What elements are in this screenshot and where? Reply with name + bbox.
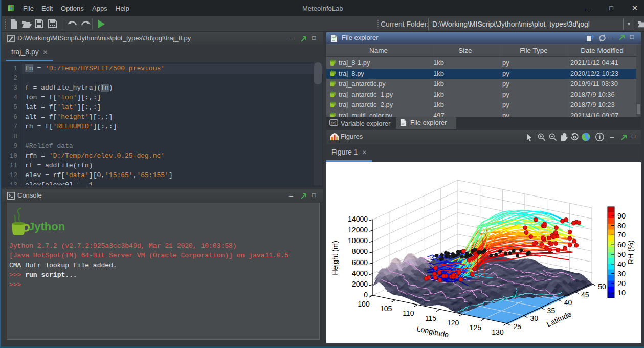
svg-text:35: 35 — [547, 307, 556, 315]
svg-text:10: 10 — [617, 289, 626, 297]
svg-text:120: 120 — [447, 319, 459, 327]
svg-text:4000: 4000 — [352, 269, 368, 277]
svg-text:40: 40 — [564, 298, 572, 307]
svg-text:130: 130 — [492, 328, 504, 336]
svg-text:50: 50 — [617, 250, 626, 258]
svg-text:125: 125 — [470, 323, 482, 332]
svg-text:Height (m): Height (m) — [331, 241, 339, 275]
svg-text:60: 60 — [617, 241, 626, 249]
svg-text:0: 0 — [364, 291, 368, 299]
svg-text:110: 110 — [403, 309, 414, 317]
svg-text:6000: 6000 — [352, 258, 368, 267]
svg-text:80: 80 — [617, 222, 626, 230]
svg-text:40: 40 — [617, 260, 626, 268]
svg-text:(x): (x) — [331, 120, 336, 125]
svg-text:25: 25 — [513, 322, 521, 331]
svg-text:45: 45 — [581, 291, 589, 299]
svg-text:10000: 10000 — [348, 236, 368, 245]
svg-text:90: 90 — [617, 212, 626, 220]
svg-text:100: 100 — [358, 300, 370, 308]
svg-text:Jython: Jython — [28, 220, 65, 233]
svg-text:RH (%): RH (%) — [627, 240, 635, 265]
svg-text:8000: 8000 — [352, 247, 368, 255]
svg-text:2000: 2000 — [352, 280, 368, 288]
svg-text:30: 30 — [530, 314, 538, 322]
svg-text:30: 30 — [617, 270, 626, 278]
svg-text:12000: 12000 — [348, 226, 368, 234]
svg-text:50: 50 — [598, 282, 606, 291]
svg-text:115: 115 — [425, 314, 437, 322]
svg-text:20: 20 — [617, 279, 626, 288]
svg-text:105: 105 — [380, 304, 392, 313]
svg-text:14000: 14000 — [348, 215, 368, 223]
svg-text:70: 70 — [617, 231, 626, 239]
